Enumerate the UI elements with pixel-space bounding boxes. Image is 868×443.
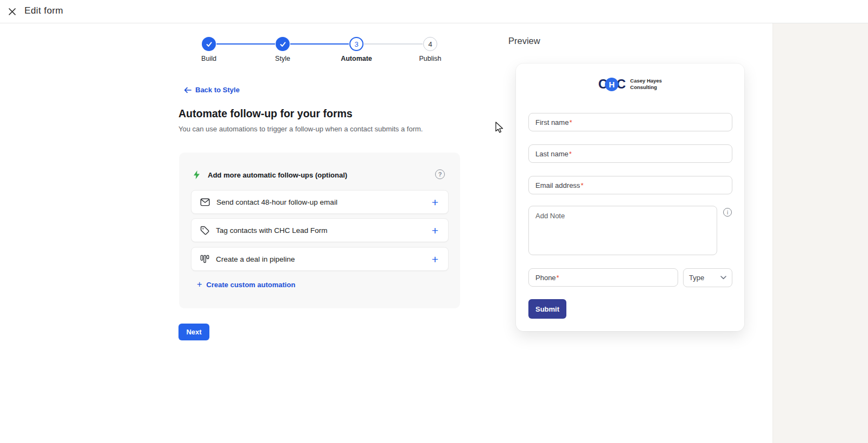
background-strip xyxy=(773,23,868,443)
step-automate[interactable]: 3 Automate xyxy=(330,37,382,62)
automations-card-title: Add more automatic follow-ups (optional) xyxy=(208,171,347,179)
pipeline-icon xyxy=(200,255,209,263)
required-marker: * xyxy=(569,118,572,126)
brand-name: Casey Hayes Consulting xyxy=(630,78,662,91)
info-circle-icon[interactable]: i xyxy=(723,208,732,217)
phone-type-select[interactable]: Type xyxy=(683,268,732,287)
stepper: Build Style 3 Automate 4 Publish xyxy=(0,0,868,71)
automations-card-header: Add more automatic follow-ups (optional) xyxy=(193,170,347,180)
step-build[interactable]: Build xyxy=(183,37,235,62)
automation-row-tag-contacts[interactable]: Tag contacts with CHC Lead Form + xyxy=(191,218,449,242)
add-automation-icon[interactable]: + xyxy=(431,254,439,265)
chc-logo: C H C xyxy=(598,77,626,92)
required-marker: * xyxy=(569,150,572,158)
custom-automation-label: Create custom automation xyxy=(206,281,295,289)
form-preview-card: C H C Casey Hayes Consulting First name*… xyxy=(516,64,744,331)
field-placeholder: Phone xyxy=(535,274,556,282)
brand-header: C H C Casey Hayes Consulting xyxy=(516,77,744,92)
step-publish[interactable]: 4 Publish xyxy=(404,37,456,62)
select-value: Type xyxy=(689,274,704,282)
plus-icon: + xyxy=(197,280,202,289)
step-style[interactable]: Style xyxy=(257,37,309,62)
back-link-label: Back to Style xyxy=(195,86,240,94)
step-style-label: Style xyxy=(257,55,309,62)
step-publish-number: 4 xyxy=(428,40,432,48)
field-placeholder: Last name xyxy=(535,150,569,158)
last-name-field[interactable]: Last name* xyxy=(528,144,732,163)
step-automate-label: Automate xyxy=(330,55,382,62)
add-automation-icon[interactable]: + xyxy=(431,225,439,236)
add-automation-icon[interactable]: + xyxy=(431,197,439,208)
automation-label: Tag contacts with CHC Lead Form xyxy=(216,226,431,235)
check-icon xyxy=(276,37,290,51)
step-number: 4 xyxy=(423,37,437,51)
question-circle-icon[interactable]: ? xyxy=(435,169,445,179)
step-build-label: Build xyxy=(183,55,235,62)
step-automate-number: 3 xyxy=(354,40,358,48)
automation-row-followup-email[interactable]: Send contact 48-hour follow-up email + xyxy=(191,190,449,214)
envelope-icon xyxy=(200,198,210,206)
preview-title: Preview xyxy=(508,36,540,46)
create-custom-automation-link[interactable]: + Create custom automation xyxy=(197,280,295,289)
submit-button[interactable]: Submit xyxy=(528,299,566,319)
field-placeholder: Email address xyxy=(535,181,580,189)
step-publish-label: Publish xyxy=(404,55,456,62)
tag-icon xyxy=(200,226,209,235)
automations-card: Add more automatic follow-ups (optional)… xyxy=(179,153,460,308)
field-placeholder: First name xyxy=(535,118,569,126)
edit-form-window: Edit form Build Style 3 Automate xyxy=(0,0,868,443)
automation-row-create-deal[interactable]: Create a deal in pipeline + xyxy=(191,247,449,271)
note-placeholder: Add Note xyxy=(535,212,565,220)
automation-label: Send contact 48-hour follow-up email xyxy=(216,198,431,206)
lightning-icon xyxy=(193,170,201,180)
required-marker: * xyxy=(580,181,583,189)
automation-label: Create a deal in pipeline xyxy=(216,255,431,263)
phone-field[interactable]: Phone* xyxy=(528,268,678,287)
email-address-field[interactable]: Email address* xyxy=(528,176,732,194)
arrow-left-icon xyxy=(184,87,192,93)
required-marker: * xyxy=(557,274,559,282)
note-textarea[interactable]: Add Note xyxy=(528,206,717,255)
mouse-cursor xyxy=(495,122,505,134)
step-number: 3 xyxy=(349,37,363,51)
section-subtitle: You can use automations to trigger a fol… xyxy=(178,125,423,133)
back-to-style-link[interactable]: Back to Style xyxy=(184,86,240,94)
section-heading: Automate follow-up for your forms xyxy=(178,107,353,120)
first-name-field[interactable]: First name* xyxy=(528,113,732,131)
chevron-down-icon xyxy=(720,276,726,280)
next-button[interactable]: Next xyxy=(178,324,209,340)
check-icon xyxy=(202,37,216,51)
